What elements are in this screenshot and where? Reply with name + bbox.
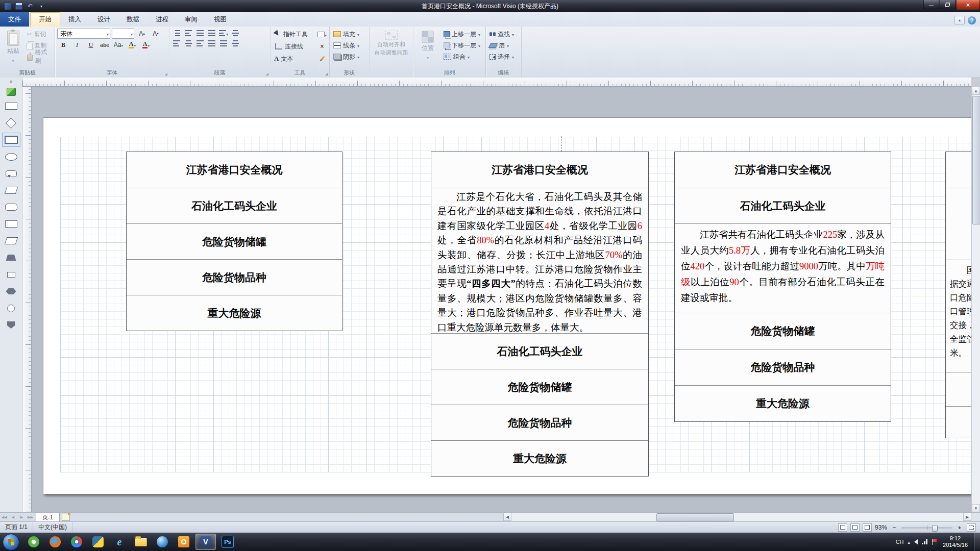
- stencil-shape-pentagon[interactable]: [2, 318, 20, 332]
- stencil-shape-parallelogram[interactable]: [2, 234, 20, 248]
- shrink-font-button[interactable]: A: [150, 29, 162, 39]
- position-button[interactable]: 位置: [415, 29, 440, 67]
- internet-explorer-icon[interactable]: e: [110, 534, 129, 549]
- volume-icon[interactable]: [914, 539, 918, 544]
- line-spacing-button[interactable]: [218, 29, 229, 38]
- align-left-button[interactable]: [172, 39, 182, 48]
- drawing-canvas[interactable]: 江苏省港口安全概况 石油化工码头企业 危险货物储罐 危险货物品种 重大危险源 江…: [32, 87, 971, 512]
- tab-data[interactable]: 数据: [118, 12, 148, 27]
- close-button[interactable]: [956, 0, 980, 10]
- insert-page-icon[interactable]: [62, 514, 70, 521]
- hidden-icons-icon[interactable]: [908, 539, 911, 545]
- text-tool-button[interactable]: A 文本: [273, 53, 315, 64]
- bullets-button[interactable]: [172, 29, 182, 38]
- bold-button[interactable]: B: [57, 40, 69, 50]
- align-center-button[interactable]: [183, 39, 193, 48]
- flow-box-3[interactable]: 江苏省港口安全概况 石油化工码头企业 江苏省共有石油化工码头企业225家，涉及从…: [674, 152, 891, 422]
- send-backward-button[interactable]: 下移一层: [442, 40, 482, 51]
- qat-dropdown-icon[interactable]: [37, 2, 46, 10]
- help-icon[interactable]: [968, 16, 976, 24]
- input-language-indicator[interactable]: CH: [896, 539, 904, 545]
- tab-design[interactable]: 设计: [89, 12, 118, 27]
- show-desktop-button[interactable]: [974, 533, 980, 551]
- italic-button[interactable]: I: [71, 40, 83, 50]
- visio-taskbar-icon[interactable]: V: [195, 534, 216, 550]
- font-size-combo[interactable]: [112, 29, 134, 39]
- stencil-shape-rounded-rectangle[interactable]: [2, 200, 20, 214]
- previous-page-icon[interactable]: ◀: [9, 513, 17, 521]
- save-icon[interactable]: [14, 2, 23, 10]
- align-middle-button[interactable]: [230, 39, 240, 48]
- stencil-category-icon[interactable]: [7, 88, 16, 96]
- stencil-shape-hexagon[interactable]: [2, 284, 20, 298]
- cut-button[interactable]: 剪切: [26, 29, 53, 40]
- highlight-button[interactable]: A: [126, 40, 138, 50]
- vertical-scroll-thumb[interactable]: [972, 96, 980, 224]
- grow-font-button[interactable]: A: [136, 29, 148, 39]
- horizontal-scrollbar[interactable]: [503, 513, 971, 521]
- pointer-tool-button[interactable]: 指针工具: [273, 29, 315, 40]
- status-page-indicator[interactable]: 页面 1/1: [0, 522, 33, 533]
- browser-360-icon[interactable]: [24, 534, 43, 549]
- clock[interactable]: 9:12 2014/5/16: [941, 535, 970, 548]
- last-page-icon[interactable]: ▶▶: [26, 513, 35, 521]
- font-family-combo[interactable]: 宋体: [57, 29, 110, 39]
- tab-view[interactable]: 视图: [206, 12, 235, 27]
- flow-box-4-clipped[interactable]: 国务院新《据交通运输部和口危险化学品安口管理部门与安交接，目前江苏全监管的危险货…: [945, 152, 971, 438]
- zoom-out-icon[interactable]: [890, 524, 898, 531]
- status-language[interactable]: 中文(中国): [33, 522, 72, 533]
- first-page-icon[interactable]: ◀◀: [0, 513, 9, 521]
- messenger-icon[interactable]: [153, 534, 172, 549]
- flow-box-2[interactable]: 江苏省港口安全概况 江苏是个石化大省，石油化工码头及其仓储是石化产业的基础支撑和…: [431, 152, 649, 477]
- python-icon[interactable]: [88, 534, 108, 549]
- horizontal-scroll-thumb[interactable]: [656, 513, 734, 521]
- numbering-button[interactable]: [183, 29, 193, 38]
- stencil-shape-rectangle-2[interactable]: [2, 217, 20, 231]
- fill-button[interactable]: 填充: [332, 29, 367, 40]
- tab-process[interactable]: 进程: [148, 12, 177, 27]
- underline-button[interactable]: U: [85, 40, 97, 50]
- connector-tool-button[interactable]: 连接线: [273, 41, 315, 52]
- layers-button[interactable]: 层: [488, 40, 519, 51]
- stencil-shape-parallelogram-open[interactable]: [2, 183, 20, 197]
- rectangle-tool-button[interactable]: [317, 30, 327, 39]
- photoshop-icon[interactable]: Ps: [218, 534, 237, 549]
- vertical-scrollbar[interactable]: [971, 87, 980, 512]
- format-painter-button[interactable]: 格式刷: [26, 51, 53, 62]
- scroll-up-icon[interactable]: [972, 87, 980, 95]
- justify-button[interactable]: [207, 39, 217, 48]
- minimize-button[interactable]: [923, 0, 939, 10]
- vertical-ruler[interactable]: [22, 87, 32, 512]
- zoom-slider-thumb[interactable]: [932, 525, 938, 532]
- select-button[interactable]: 选择: [488, 51, 519, 62]
- sheet-tab[interactable]: 页-1: [36, 513, 60, 521]
- align-right-button[interactable]: [195, 39, 205, 48]
- shadow-button[interactable]: 阴影: [332, 51, 367, 62]
- stencil-shape-trapezoid[interactable]: [2, 251, 20, 265]
- change-case-button[interactable]: Aa: [112, 40, 125, 50]
- freeform-tool-button[interactable]: [317, 54, 327, 63]
- zoom-level[interactable]: 93%: [875, 524, 887, 531]
- auto-align-button[interactable]: 自动对齐和 自动调整间距: [372, 29, 411, 76]
- tab-home[interactable]: 开始: [30, 12, 60, 27]
- font-color-button[interactable]: A: [140, 40, 152, 50]
- fit-page-icon[interactable]: [967, 523, 976, 532]
- scroll-right-icon[interactable]: [963, 513, 971, 521]
- stencil-shape-diamond[interactable]: [2, 116, 20, 130]
- chrome-icon[interactable]: [67, 534, 86, 549]
- increase-indent-button[interactable]: [207, 29, 217, 38]
- scroll-down-icon[interactable]: [972, 504, 980, 512]
- line-button[interactable]: 线条: [332, 40, 367, 51]
- undo-icon[interactable]: [26, 2, 35, 10]
- restore-button[interactable]: [940, 0, 955, 10]
- group-button[interactable]: 组合: [442, 51, 482, 62]
- find-button[interactable]: 查找: [488, 29, 519, 40]
- firefox-icon[interactable]: [45, 534, 65, 549]
- zoom-slider[interactable]: [901, 524, 952, 531]
- stencil-shape-ellipse[interactable]: [2, 149, 20, 164]
- view-pan-icon[interactable]: [863, 523, 872, 532]
- visio-app-icon[interactable]: [3, 2, 12, 10]
- connection-point-tool-icon[interactable]: [317, 42, 327, 51]
- paste-button[interactable]: 粘贴: [2, 29, 24, 67]
- network-icon[interactable]: [922, 539, 928, 544]
